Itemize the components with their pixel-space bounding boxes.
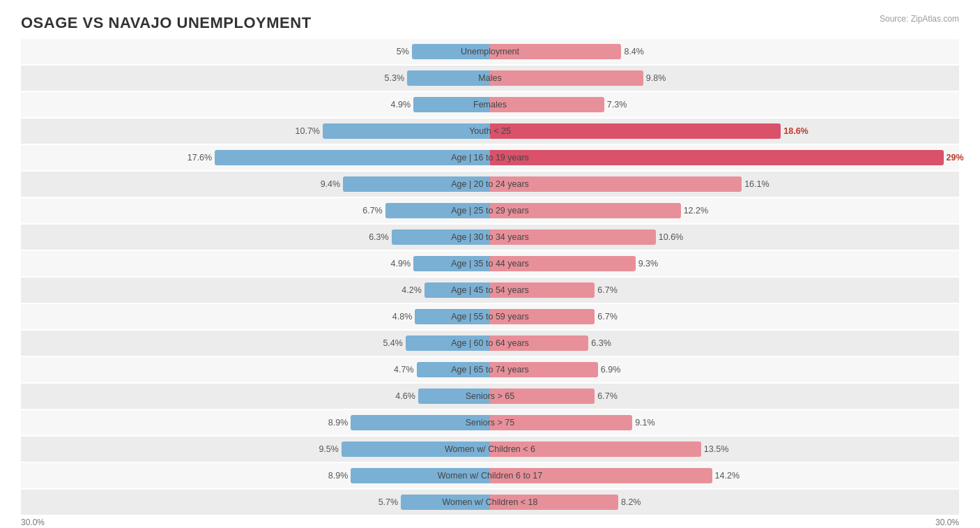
bar-label: Seniors > 75 <box>466 418 515 428</box>
bar-label: Age | 30 to 34 years <box>451 232 529 242</box>
bars-wrapper: Age | 35 to 44 years4.9%9.3% <box>21 253 959 274</box>
bar-label: Age | 45 to 54 years <box>451 285 529 295</box>
bar-row: Age | 65 to 74 years4.7%6.9% <box>21 357 959 382</box>
bars-wrapper: Males5.3%9.8% <box>21 68 959 89</box>
right-value: 14.2% <box>715 471 740 481</box>
chart-title: OSAGE VS NAVAJO UNEMPLOYMENT <box>21 14 959 32</box>
bars-wrapper: Seniors > 758.9%9.1% <box>21 412 959 433</box>
bars-wrapper: Age | 45 to 54 years4.2%6.7% <box>21 280 959 301</box>
bar-label: Age | 25 to 29 years <box>451 206 529 216</box>
bar-right <box>490 97 604 112</box>
right-value: 29% <box>947 153 964 163</box>
right-value: 16.1% <box>744 179 769 189</box>
bars-wrapper: Seniors > 654.6%6.7% <box>21 386 959 407</box>
chart-container: OSAGE VS NAVAJO UNEMPLOYMENT Source: Zip… <box>0 0 980 528</box>
right-value: 13.5% <box>704 444 728 454</box>
bar-row: Women w/ Children 6 to 178.9%14.2% <box>21 463 959 488</box>
bars-wrapper: Women w/ Children < 69.5%13.5% <box>21 439 959 460</box>
right-value: 12.2% <box>684 206 708 216</box>
left-value: 5.4% <box>383 338 403 348</box>
bar-row: Age | 55 to 59 years4.8%6.7% <box>21 304 959 329</box>
bars-wrapper: Age | 16 to 19 years17.6%29% <box>21 147 959 168</box>
bar-label: Women w/ Children 6 to 17 <box>438 471 543 481</box>
axis-label-left: 30.0% <box>21 518 45 527</box>
left-value: 8.9% <box>328 418 349 428</box>
bars-wrapper: Age | 55 to 59 years4.8%6.7% <box>21 306 959 327</box>
left-value: 10.7% <box>296 126 320 136</box>
bar-label: Age | 60 to 64 years <box>451 338 529 348</box>
bar-left <box>215 150 490 165</box>
left-value: 4.8% <box>392 312 413 322</box>
bar-row: Age | 30 to 34 years6.3%10.6% <box>21 225 959 250</box>
chart-area: Unemployment5%8.4%Males5.3%9.8%Females4.… <box>21 39 959 515</box>
bar-right <box>490 123 781 139</box>
bar-label: Females <box>473 100 507 110</box>
bar-label: Age | 55 to 59 years <box>451 312 529 322</box>
axis-labels: 30.0% 30.0% <box>21 518 959 527</box>
bar-row: Youth < 2510.7%18.6% <box>21 119 959 144</box>
right-value: 6.9% <box>601 365 621 375</box>
bar-label: Age | 35 to 44 years <box>451 259 529 269</box>
bar-label: Age | 20 to 24 years <box>451 179 529 189</box>
bar-row: Males5.3%9.8% <box>21 66 959 91</box>
bar-row: Age | 16 to 19 years17.6%29% <box>21 145 959 170</box>
bars-wrapper: Age | 60 to 64 years5.4%6.3% <box>21 333 959 354</box>
bar-row: Age | 20 to 24 years9.4%16.1% <box>21 172 959 197</box>
bars-wrapper: Age | 20 to 24 years9.4%16.1% <box>21 174 959 195</box>
bars-wrapper: Females4.9%7.3% <box>21 94 959 115</box>
left-value: 4.7% <box>394 365 414 375</box>
bar-label: Women w/ Children < 6 <box>445 444 535 454</box>
bar-label: Youth < 25 <box>469 126 511 136</box>
bar-row: Age | 25 to 29 years6.7%12.2% <box>21 198 959 223</box>
bar-label: Age | 65 to 74 years <box>451 365 529 375</box>
bars-wrapper: Age | 25 to 29 years6.7%12.2% <box>21 200 959 221</box>
bar-label: Unemployment <box>461 47 519 56</box>
left-value: 4.6% <box>395 391 415 401</box>
right-value: 6.7% <box>597 285 618 295</box>
right-value: 8.2% <box>621 497 641 507</box>
bar-right <box>490 70 643 86</box>
bar-row: Age | 35 to 44 years4.9%9.3% <box>21 251 959 276</box>
right-value: 7.3% <box>607 100 627 110</box>
source-text: Source: ZipAtlas.com <box>880 14 959 24</box>
right-value: 9.1% <box>635 418 655 428</box>
left-value: 6.7% <box>362 206 383 216</box>
bar-label: Seniors > 65 <box>466 391 515 401</box>
left-value: 5.7% <box>378 497 399 507</box>
bars-wrapper: Women w/ Children < 185.7%8.2% <box>21 492 959 513</box>
bars-wrapper: Age | 30 to 34 years6.3%10.6% <box>21 227 959 248</box>
right-value: 6.7% <box>597 391 618 401</box>
left-value: 9.5% <box>319 444 339 454</box>
bar-right <box>490 150 944 165</box>
axis-label-right: 30.0% <box>935 518 959 527</box>
left-value: 6.3% <box>369 232 389 242</box>
right-value: 9.8% <box>646 73 666 83</box>
right-value: 9.3% <box>638 259 659 269</box>
bar-label: Males <box>478 73 501 83</box>
right-value: 18.6% <box>783 126 808 136</box>
bar-row: Age | 45 to 54 years4.2%6.7% <box>21 278 959 303</box>
right-value: 10.6% <box>659 232 683 242</box>
bar-row: Age | 60 to 64 years5.4%6.3% <box>21 331 959 356</box>
left-value: 9.4% <box>321 179 341 189</box>
left-value: 8.9% <box>328 471 349 481</box>
bar-label: Women w/ Children < 18 <box>443 497 538 507</box>
bar-row: Females4.9%7.3% <box>21 92 959 117</box>
bar-row: Seniors > 654.6%6.7% <box>21 384 959 409</box>
bars-wrapper: Women w/ Children 6 to 178.9%14.2% <box>21 465 959 486</box>
left-value: 17.6% <box>187 153 212 163</box>
right-value: 8.4% <box>624 47 644 56</box>
bar-row: Unemployment5%8.4% <box>21 39 959 64</box>
bars-wrapper: Youth < 2510.7%18.6% <box>21 121 959 142</box>
right-value: 6.7% <box>597 312 618 322</box>
bars-wrapper: Unemployment5%8.4% <box>21 41 959 62</box>
left-value: 4.2% <box>401 285 422 295</box>
left-value: 4.9% <box>391 100 411 110</box>
bars-wrapper: Age | 65 to 74 years4.7%6.9% <box>21 359 959 380</box>
bar-label: Age | 16 to 19 years <box>451 153 529 163</box>
bar-left <box>323 123 490 139</box>
left-value: 5.3% <box>385 73 405 83</box>
bar-left <box>407 70 490 86</box>
right-value: 6.3% <box>591 338 611 348</box>
bar-row: Seniors > 758.9%9.1% <box>21 410 959 435</box>
